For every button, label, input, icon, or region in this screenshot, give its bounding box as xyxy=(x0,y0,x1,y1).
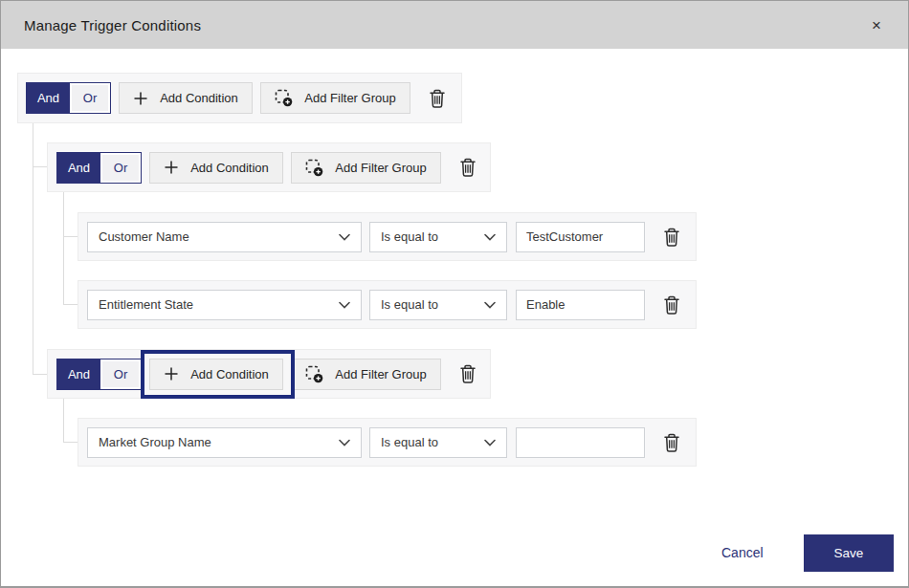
delete-condition-button[interactable] xyxy=(662,294,681,316)
or-toggle-option[interactable]: Or xyxy=(102,361,139,387)
add-condition-label: Add Condition xyxy=(160,91,238,105)
trash-icon xyxy=(428,88,447,109)
save-button[interactable]: Save xyxy=(804,534,894,572)
comparator-select[interactable]: Is equal to xyxy=(369,222,507,252)
field-select[interactable]: Entitlement State xyxy=(87,290,362,320)
and-or-toggle: And Or xyxy=(56,152,142,184)
close-icon[interactable]: × xyxy=(868,15,885,35)
add-condition-button-highlighted[interactable]: Add Condition xyxy=(149,359,283,390)
chevron-down-icon xyxy=(484,301,496,309)
field-select[interactable]: Market Group Name xyxy=(87,427,362,458)
connector-line xyxy=(63,304,78,305)
delete-group-button[interactable] xyxy=(428,88,447,109)
trash-icon xyxy=(458,157,477,178)
add-filter-group-button[interactable]: Add Filter Group xyxy=(291,359,441,390)
field-select-value: Entitlement State xyxy=(99,297,193,312)
chevron-down-icon xyxy=(484,439,496,446)
filter-group-nested-1: And Or Add Condition Add Filter Group xyxy=(47,142,491,192)
connector-line xyxy=(33,166,47,167)
manage-trigger-conditions-dialog: Manage Trigger Conditions × And Or Add C… xyxy=(0,0,909,588)
filter-group-root: And Or Add Condition Add Filter Group xyxy=(17,73,462,123)
add-filter-group-icon xyxy=(305,365,323,383)
condition-row: Market Group Name Is equal to xyxy=(78,418,697,467)
connector-line xyxy=(63,442,78,443)
plus-icon xyxy=(133,91,148,106)
field-select-value: Market Group Name xyxy=(99,435,211,449)
dialog-header: Manage Trigger Conditions × xyxy=(1,1,908,49)
comparator-select[interactable]: Is equal to xyxy=(369,427,507,458)
and-or-toggle: And Or xyxy=(56,359,142,390)
connector-line xyxy=(63,399,64,442)
and-or-toggle: And Or xyxy=(26,82,111,114)
delete-group-button[interactable] xyxy=(458,363,477,384)
add-filter-group-label: Add Filter Group xyxy=(335,367,426,381)
or-toggle-option[interactable]: Or xyxy=(72,85,108,111)
field-select[interactable]: Customer Name xyxy=(87,222,362,252)
add-condition-button[interactable]: Add Condition xyxy=(149,152,283,184)
trash-icon xyxy=(662,432,681,453)
add-filter-group-icon xyxy=(275,89,293,107)
comparator-select-value: Is equal to xyxy=(381,435,438,449)
comparator-select[interactable]: Is equal to xyxy=(369,290,507,320)
add-filter-group-icon xyxy=(305,159,323,177)
chevron-down-icon xyxy=(484,233,496,241)
add-filter-group-button[interactable]: Add Filter Group xyxy=(291,152,441,184)
trash-icon xyxy=(662,227,681,248)
delete-group-button[interactable] xyxy=(458,157,477,178)
connector-line xyxy=(63,236,78,237)
condition-row: Entitlement State Is equal to xyxy=(78,280,697,329)
chevron-down-icon xyxy=(339,301,350,309)
connector-line xyxy=(33,374,47,375)
trash-icon xyxy=(662,294,681,316)
and-toggle-option[interactable]: And xyxy=(57,359,100,389)
cancel-button[interactable]: Cancel xyxy=(721,545,764,560)
add-filter-group-label: Add Filter Group xyxy=(304,91,395,105)
add-filter-group-label: Add Filter Group xyxy=(335,161,426,175)
trash-icon xyxy=(458,363,477,384)
add-filter-group-button[interactable]: Add Filter Group xyxy=(260,82,410,114)
or-toggle-option[interactable]: Or xyxy=(102,155,139,181)
connector-line xyxy=(63,192,64,304)
filter-group-nested-2: And Or Add Condition Add Filter Group xyxy=(47,349,491,399)
plus-icon xyxy=(164,366,179,381)
condition-row: Customer Name Is equal to xyxy=(78,212,697,261)
add-condition-button[interactable]: Add Condition xyxy=(119,82,253,114)
and-toggle-option[interactable]: And xyxy=(27,83,70,113)
dialog-title: Manage Trigger Conditions xyxy=(24,17,201,33)
connector-line xyxy=(33,123,33,374)
chevron-down-icon xyxy=(339,233,350,241)
comparator-select-value: Is equal to xyxy=(381,229,438,244)
add-condition-label: Add Condition xyxy=(190,367,269,381)
add-condition-label: Add Condition xyxy=(190,161,269,175)
and-toggle-option[interactable]: And xyxy=(57,153,100,183)
chevron-down-icon xyxy=(339,439,350,446)
delete-condition-button[interactable] xyxy=(662,227,681,248)
delete-condition-button[interactable] xyxy=(662,432,681,453)
plus-icon xyxy=(164,160,179,175)
field-select-value: Customer Name xyxy=(99,229,189,244)
condition-value-input[interactable] xyxy=(516,427,645,458)
condition-value-input[interactable] xyxy=(516,222,645,252)
comparator-select-value: Is equal to xyxy=(381,297,438,312)
condition-value-input[interactable] xyxy=(516,290,645,320)
